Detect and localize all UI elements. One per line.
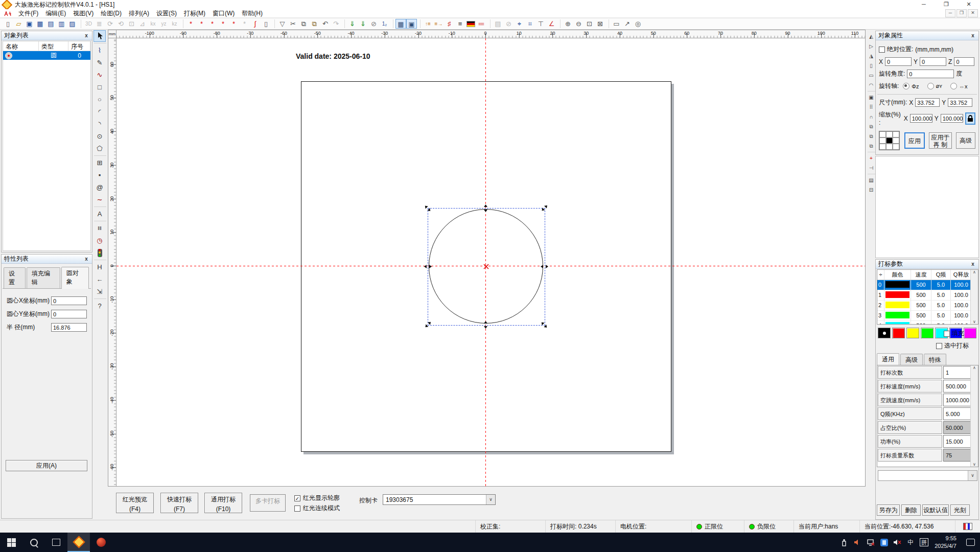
param-button-删除[interactable]: 删除 <box>901 504 921 516</box>
menu-item-9[interactable]: 帮助(H) <box>238 9 266 17</box>
mark-curve-icon[interactable]: ∫ <box>250 19 261 29</box>
polygon-tool[interactable]: ⬠ <box>94 143 106 154</box>
tab-圆对象[interactable]: 圆对象 <box>61 267 89 289</box>
chevron-down-icon[interactable]: ∨ <box>968 471 977 480</box>
mirror-v-icon[interactable]: ◭ <box>867 32 875 41</box>
sheet-icon[interactable]: ▯ <box>867 61 875 71</box>
fill-checkbox[interactable] <box>944 331 950 337</box>
z-input[interactable]: 0 <box>954 57 974 66</box>
save-file-icon[interactable]: ▣ <box>24 19 35 29</box>
shape-fill-icon[interactable]: ▣ <box>867 93 875 102</box>
close-icon[interactable]: x <box>970 261 976 267</box>
scale-y-input[interactable]: 100.000 <box>941 114 963 123</box>
menu-item-4[interactable]: 绘图(D) <box>97 9 125 17</box>
drawing-canvas[interactable]: mm -100-90-80-70-60-50-40-30-20-10010203… <box>108 30 866 487</box>
node-mark-icon[interactable]: ♯ <box>444 19 455 29</box>
absolute-position-checkbox[interactable] <box>879 47 885 53</box>
taskbar-app-2[interactable] <box>90 533 112 552</box>
menu-item-3[interactable]: 视图(V) <box>69 9 97 17</box>
child-close-button[interactable]: ✕ <box>968 9 978 17</box>
color-swatch-1[interactable] <box>878 328 891 338</box>
volume-muted-tray-icon[interactable] <box>891 533 904 552</box>
param-input[interactable]: 5.000 <box>943 407 971 420</box>
y-input[interactable]: 0 <box>920 57 946 66</box>
mirror-h-icon[interactable]: ◮ <box>867 51 875 61</box>
ellipse-tool[interactable]: ○ <box>94 94 106 105</box>
tab-特殊[interactable]: 特殊 <box>924 354 946 366</box>
mark-button-通用打标[interactable]: 通用打标(F10) <box>204 493 242 513</box>
apply-button[interactable]: 应用 <box>904 132 925 149</box>
taskbar-clock[interactable]: 9:55 2025/4/7 <box>930 535 961 550</box>
undo-icon[interactable]: ↶ <box>320 19 331 29</box>
menu-item-7[interactable]: 打标(M) <box>180 9 209 17</box>
param-input[interactable]: 1000.000 <box>943 394 971 406</box>
order-12-icon[interactable]: 1₂ <box>379 19 390 29</box>
param-button-设默认值[interactable]: 设默认值 <box>922 504 949 516</box>
apply-button[interactable]: 应用(A) <box>6 460 87 471</box>
collapse-icon[interactable]: ⊟ <box>867 185 875 195</box>
io-mark-icon[interactable]: ⊣ <box>867 163 875 173</box>
mark-star-3-icon[interactable]: * <box>207 19 218 29</box>
resize-handle-s[interactable] <box>482 320 490 329</box>
list-help-icon[interactable]: ≔ <box>476 19 487 29</box>
list-mark-icon[interactable]: ▤ <box>867 175 875 185</box>
save-g-icon[interactable]: ▨ <box>67 19 78 29</box>
eraser-icon[interactable]: ⊘ <box>368 19 379 29</box>
input-port-tool[interactable]: H <box>94 261 106 273</box>
barcode-tool[interactable]: ‖‖ <box>94 222 106 234</box>
zoom-all-icon[interactable]: ⊠ <box>595 19 605 29</box>
arc3-tool[interactable]: ◝ <box>94 118 106 130</box>
column-header-1[interactable]: 名称 <box>3 41 39 51</box>
frame-select-icon[interactable]: ▭ <box>611 19 622 29</box>
color-swatch-3[interactable] <box>906 328 919 338</box>
cut-icon[interactable]: ✂ <box>288 19 298 29</box>
size-x-input[interactable]: 33.752 <box>915 98 940 107</box>
paste-icon[interactable]: ⧉ <box>309 19 320 29</box>
tab-设置[interactable]: 设置 <box>4 267 26 288</box>
pen-row-4[interactable]: 45005.0100.0 <box>877 321 978 325</box>
open-file-icon[interactable]: ▱ <box>13 19 24 29</box>
arc-tool[interactable]: ◜ <box>94 106 106 118</box>
rotate-angle-input[interactable]: 0 <box>907 70 954 78</box>
pen-column-Q释放[interactable]: Q释放 <box>951 270 972 280</box>
search-button[interactable] <box>22 533 45 552</box>
resize-handle-w[interactable] <box>424 262 432 270</box>
copy-object-3-icon[interactable]: ⧉ <box>867 141 875 151</box>
mark-selected-checkbox[interactable] <box>936 343 942 349</box>
menu-item-8[interactable]: 窗口(W) <box>209 9 238 17</box>
rotate-axis-radio-2[interactable] <box>927 83 934 89</box>
target-icon[interactable]: ⌖ <box>514 19 525 29</box>
grab-hand-icon[interactable]: ⌗ <box>525 19 535 29</box>
mark-star-1-icon[interactable]: * <box>185 19 196 29</box>
menu-item-1[interactable]: 文件(F) <box>15 9 42 17</box>
pen-column-Q频[interactable]: Q频 <box>931 270 951 280</box>
spiral-tool[interactable]: @ <box>94 181 106 193</box>
control-card-select[interactable]: 19303675 ∨ <box>383 494 496 505</box>
red-light-outline-checkbox[interactable]: ✓ <box>294 495 300 501</box>
copy-object-icon[interactable]: ⧉ <box>867 122 875 131</box>
device-app-tray-icon[interactable] <box>877 533 891 552</box>
import-vector-icon[interactable]: ⇓ <box>358 19 368 29</box>
curve-fit-icon[interactable]: ∩ <box>867 112 875 122</box>
menu-item-2[interactable]: 编辑(E) <box>42 9 69 17</box>
object-row[interactable]: 圆0 <box>3 51 90 60</box>
save-b-icon[interactable]: ▥ <box>56 19 67 29</box>
usb-tray-icon[interactable] <box>837 533 851 552</box>
jump-tool[interactable]: ⇲ <box>94 286 106 297</box>
pin-icon[interactable]: ⊤ <box>535 19 546 29</box>
param-input[interactable]: 1 <box>943 366 971 379</box>
mark-star-5-icon[interactable]: * <box>228 19 239 29</box>
param-input[interactable]: 500.000 <box>943 380 971 393</box>
zoom-in-icon[interactable]: ⊕ <box>563 19 573 29</box>
import-file-icon[interactable]: ⇓ <box>347 19 358 29</box>
copy-icon[interactable]: ⧉ <box>298 19 309 29</box>
rect-tool[interactable]: □ <box>94 81 106 93</box>
anchor-grid[interactable] <box>879 131 900 150</box>
pen-row-0[interactable]: 05005.0100.0 <box>877 280 978 290</box>
restore-button[interactable]: ❐ <box>935 0 958 9</box>
apply-to-copy-button[interactable]: 应用于 再 制 <box>929 132 952 149</box>
menu-item-5[interactable]: 排列(A) <box>125 9 153 17</box>
list-edit-icon[interactable]: ≡ <box>455 19 465 29</box>
zoom-find-icon[interactable]: ◎ <box>633 19 643 29</box>
ime-language-indicator[interactable]: 中 <box>904 533 917 552</box>
